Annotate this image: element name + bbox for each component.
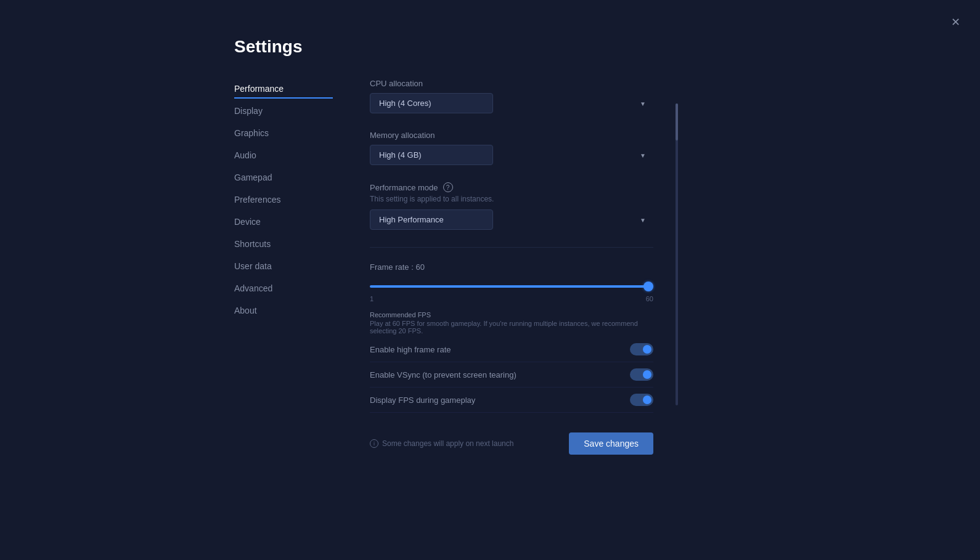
performance-mode-header: Performance mode ? — [370, 182, 653, 192]
performance-mode-label: Performance mode — [370, 183, 438, 192]
performance-mode-wrapper: High Performance Balanced Power Saver ▼ — [370, 209, 653, 230]
toggle-row-display-fps: Display FPS during gameplay — [370, 388, 653, 413]
sidebar-item-user-data[interactable]: User data — [234, 256, 333, 276]
sidebar-item-audio[interactable]: Audio — [234, 145, 333, 165]
toggle-display-fps-label: Display FPS during gameplay — [370, 396, 475, 405]
scrollbar-track[interactable] — [676, 103, 678, 405]
sidebar-item-about[interactable]: About — [234, 301, 333, 320]
toggle-vsync-track — [630, 368, 653, 381]
memory-allocation-label: Memory allocation — [370, 131, 653, 140]
toggle-display-fps-thumb — [643, 396, 651, 404]
performance-mode-note: This setting is applied to all instances… — [370, 195, 653, 203]
toggle-row-vsync: Enable VSync (to prevent screen tearing) — [370, 362, 653, 388]
close-icon: ✕ — [951, 15, 960, 29]
toggle-high-frame-rate-thumb — [643, 345, 651, 354]
toggle-vsync-thumb — [643, 370, 651, 379]
slider-max: 60 — [646, 295, 653, 302]
sidebar-item-display[interactable]: Display — [234, 101, 333, 121]
sidebar-item-shortcuts[interactable]: Shortcuts — [234, 234, 333, 254]
cpu-allocation-wrapper: High (4 Cores) Medium (2 Cores) Low (1 C… — [370, 93, 653, 113]
toggle-vsync-label: Enable VSync (to prevent screen tearing) — [370, 370, 517, 379]
info-icon: i — [370, 439, 378, 448]
footer: i Some changes will apply on next launch… — [370, 418, 653, 455]
performance-mode-help-icon[interactable]: ? — [443, 182, 453, 192]
toggle-display-fps[interactable] — [630, 394, 653, 406]
memory-chevron-icon: ▼ — [640, 152, 646, 158]
cpu-chevron-icon: ▼ — [640, 100, 646, 107]
memory-allocation-select[interactable]: High (4 GB) Medium (2 GB) Low (1 GB) — [370, 145, 493, 165]
toggle-display-fps-track — [630, 394, 653, 406]
divider — [370, 247, 653, 248]
performance-mode-select[interactable]: High Performance Balanced Power Saver — [370, 209, 493, 230]
cpu-allocation-select[interactable]: High (4 Cores) Medium (2 Cores) Low (1 C… — [370, 93, 493, 113]
slider-range: 1 60 — [370, 295, 653, 302]
frame-rate-label: Frame rate : 60 — [370, 262, 653, 272]
save-button[interactable]: Save changes — [569, 432, 653, 455]
sidebar: Performance Display Graphics Audio Gamep… — [234, 79, 333, 455]
toggle-vsync[interactable] — [630, 368, 653, 381]
toggle-high-frame-rate-label: Enable high frame rate — [370, 345, 451, 354]
toggle-row-high-frame-rate: Enable high frame rate — [370, 337, 653, 362]
sidebar-item-performance[interactable]: Performance — [234, 79, 333, 99]
sidebar-item-device[interactable]: Device — [234, 212, 333, 232]
toggle-high-frame-rate-track — [630, 343, 653, 355]
slider-container — [370, 279, 653, 290]
recommended-fps-text: Play at 60 FPS for smooth gameplay. If y… — [370, 320, 653, 335]
sidebar-item-gamepad[interactable]: Gamepad — [234, 168, 333, 187]
sidebar-item-advanced[interactable]: Advanced — [234, 278, 333, 298]
sidebar-item-graphics[interactable]: Graphics — [234, 123, 333, 143]
recommended-fps-title: Recommended FPS — [370, 311, 653, 319]
memory-allocation-wrapper: High (4 GB) Medium (2 GB) Low (1 GB) ▼ — [370, 145, 653, 165]
sidebar-item-preferences[interactable]: Preferences — [234, 190, 333, 209]
slider-min: 1 — [370, 295, 374, 302]
content-panel: CPU allocation High (4 Cores) Medium (2 … — [333, 79, 678, 455]
close-button[interactable]: ✕ — [945, 12, 965, 32]
footer-note: i Some changes will apply on next launch — [370, 439, 513, 448]
scrollbar-thumb[interactable] — [676, 103, 678, 140]
performance-mode-chevron-icon: ▼ — [640, 216, 646, 223]
frame-rate-slider[interactable] — [370, 285, 653, 288]
toggle-high-frame-rate[interactable] — [630, 343, 653, 355]
page-title: Settings — [234, 37, 980, 57]
cpu-allocation-label: CPU allocation — [370, 79, 653, 88]
footer-note-text: Some changes will apply on next launch — [382, 439, 513, 448]
